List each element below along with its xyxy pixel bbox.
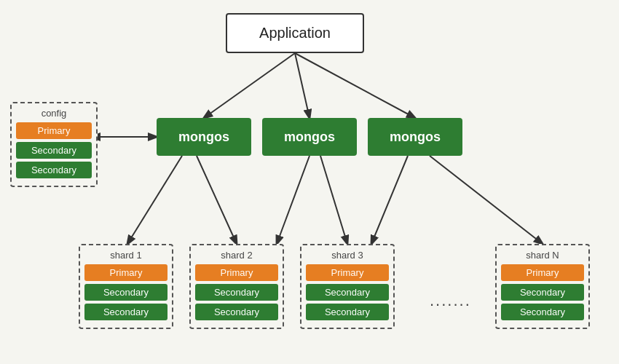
config-secondary-2: Secondary xyxy=(16,162,92,178)
mongos-2: mongos xyxy=(262,118,357,156)
shard-1-secondary-1: Secondary xyxy=(84,284,167,301)
shard-n-label: shard N xyxy=(501,250,584,261)
shard-3-secondary-2: Secondary xyxy=(306,304,389,320)
svg-line-0 xyxy=(204,53,295,118)
svg-line-9 xyxy=(430,156,543,244)
shard-1-label: shard 1 xyxy=(84,250,167,261)
config-box: config Primary Secondary Secondary xyxy=(10,102,98,187)
ellipsis: ....... xyxy=(430,291,471,310)
mongos-1: mongos xyxy=(157,118,251,156)
svg-line-7 xyxy=(320,156,347,244)
shard-1: shard 1 Primary Secondary Secondary xyxy=(79,244,173,329)
shard-1-secondary-2: Secondary xyxy=(84,304,167,320)
svg-line-4 xyxy=(127,156,182,244)
shard-3-secondary-1: Secondary xyxy=(306,284,389,301)
shard-n-secondary-1: Secondary xyxy=(501,284,584,301)
shard-3-primary: Primary xyxy=(306,264,389,281)
application-box: Application xyxy=(226,13,364,53)
shard-2-secondary-1: Secondary xyxy=(195,284,278,301)
shard-2-label: shard 2 xyxy=(195,250,278,261)
shard-n-primary: Primary xyxy=(501,264,584,281)
mongos-3: mongos xyxy=(368,118,462,156)
shard-n-secondary-2: Secondary xyxy=(501,304,584,320)
shard-2: shard 2 Primary Secondary Secondary xyxy=(189,244,284,329)
svg-line-8 xyxy=(371,156,408,244)
svg-line-1 xyxy=(295,53,310,118)
shard-3: shard 3 Primary Secondary Secondary xyxy=(300,244,395,329)
shard-1-primary: Primary xyxy=(84,264,167,281)
svg-line-2 xyxy=(295,53,415,118)
shard-2-secondary-2: Secondary xyxy=(195,304,278,320)
config-label: config xyxy=(16,108,92,119)
svg-line-6 xyxy=(277,156,310,244)
config-primary: Primary xyxy=(16,122,92,139)
shard-3-label: shard 3 xyxy=(306,250,389,261)
shard-2-primary: Primary xyxy=(195,264,278,281)
shard-n: shard N Primary Secondary Secondary xyxy=(495,244,590,329)
svg-line-5 xyxy=(197,156,237,244)
config-secondary-1: Secondary xyxy=(16,142,92,159)
application-label: Application xyxy=(259,25,331,41)
diagram: Application config Primary Secondary Sec… xyxy=(0,0,619,364)
